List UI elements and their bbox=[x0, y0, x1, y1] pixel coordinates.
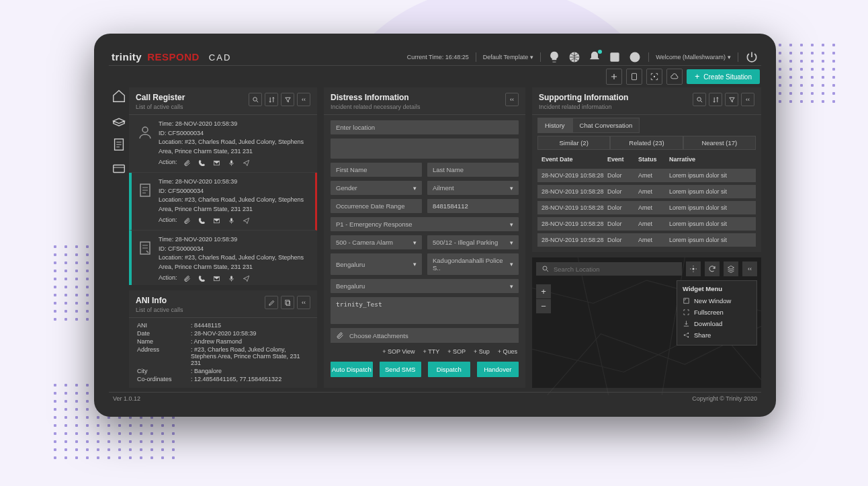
send-sms-button[interactable]: Send SMS bbox=[380, 362, 422, 377]
auto-dispatch-button[interactable]: Auto Dispatch bbox=[331, 362, 373, 377]
mail-icon[interactable] bbox=[212, 274, 222, 283]
call-card[interactable]: Time: 28-NOV-2020 10:58:39 ID: CFS000003… bbox=[129, 231, 317, 285]
create-situation-button[interactable]: +Create Situation bbox=[687, 69, 760, 84]
bulb-icon[interactable] bbox=[548, 50, 561, 64]
map-collapse-icon[interactable]: ‹‹ bbox=[742, 261, 757, 276]
table-header: Event DateEventStatusNarrative bbox=[537, 153, 756, 166]
call-icon[interactable] bbox=[198, 274, 207, 283]
filter-icon[interactable] bbox=[725, 93, 738, 106]
filter-icon[interactable] bbox=[281, 93, 294, 106]
table-row[interactable]: 28-NOV-2019 10:58:28DolorAmetLorem ipsum… bbox=[537, 169, 756, 182]
map-search-input[interactable] bbox=[536, 262, 682, 276]
search-icon[interactable] bbox=[249, 93, 262, 106]
mic-icon[interactable] bbox=[227, 274, 236, 283]
collapse-icon[interactable]: ‹‹ bbox=[297, 296, 310, 309]
welcome-dropdown[interactable]: Welcome (Malleshwaram)▾ bbox=[656, 54, 731, 60]
clip-icon[interactable] bbox=[183, 158, 192, 167]
dispatch-button[interactable]: Dispatch bbox=[428, 362, 470, 377]
locate-icon[interactable] bbox=[686, 261, 701, 276]
copy-icon[interactable] bbox=[281, 296, 294, 309]
send-icon[interactable] bbox=[242, 216, 251, 225]
map-panel[interactable]: ‹‹ + − Widget Menu New Window Fullscreen… bbox=[532, 257, 761, 388]
table-row[interactable]: 28-NOV-2019 10:58:28DolorAmetLorem ipsum… bbox=[537, 217, 756, 231]
phone-input[interactable] bbox=[427, 199, 519, 213]
distress-panel: Distress Information Incident related ne… bbox=[324, 87, 525, 388]
widget-fullscreen[interactable]: Fullscreen bbox=[683, 307, 751, 318]
tab-chat[interactable]: Chat Conversation bbox=[572, 118, 640, 133]
area-select[interactable]: Bengaluru bbox=[331, 279, 519, 293]
table-row[interactable]: 28-NOV-2019 10:58:28DolorAmetLorem ipsum… bbox=[537, 185, 756, 198]
template-dropdown[interactable]: Default Template▾ bbox=[483, 54, 533, 60]
send-icon[interactable] bbox=[242, 274, 251, 283]
add-button[interactable] bbox=[606, 69, 622, 85]
scan-icon[interactable] bbox=[112, 113, 126, 128]
collapse-icon[interactable]: ‹‹ bbox=[741, 93, 754, 106]
mic-icon[interactable] bbox=[227, 216, 236, 225]
notes-input[interactable] bbox=[331, 297, 519, 324]
svg-point-24 bbox=[687, 333, 689, 334]
station-select[interactable]: Kadugondanahalli Police S.. bbox=[427, 253, 519, 275]
svg-rect-6 bbox=[114, 165, 125, 173]
home-icon[interactable] bbox=[112, 89, 126, 104]
clip-icon[interactable] bbox=[183, 274, 192, 283]
sup-link[interactable]: + Sup bbox=[474, 348, 490, 355]
collapse-icon[interactable]: ‹‹ bbox=[505, 93, 519, 106]
cloud-icon[interactable] bbox=[666, 69, 683, 85]
focus-icon[interactable] bbox=[646, 69, 662, 85]
mail-icon[interactable] bbox=[212, 158, 222, 167]
first-name-input[interactable] bbox=[331, 163, 422, 177]
bell-icon[interactable] bbox=[588, 50, 601, 64]
sort-icon[interactable] bbox=[265, 93, 278, 106]
ailment-select[interactable]: Ailment bbox=[427, 181, 519, 195]
svg-rect-3 bbox=[632, 73, 637, 79]
subtab-nearest[interactable]: Nearest (17) bbox=[683, 136, 756, 150]
zoom-out-button[interactable]: − bbox=[536, 299, 551, 314]
document-icon[interactable] bbox=[112, 137, 126, 152]
call-card[interactable]: Time: 28-NOV-2020 10:58:39 ID: CFS000003… bbox=[129, 173, 317, 231]
subtab-similar[interactable]: Similar (2) bbox=[537, 136, 610, 150]
mail-icon[interactable] bbox=[212, 216, 222, 225]
sopview-link[interactable]: + SOP View bbox=[382, 348, 415, 355]
priority-select[interactable]: P1 - Emergency Response bbox=[331, 217, 519, 231]
refresh-icon[interactable] bbox=[705, 261, 720, 276]
tty-link[interactable]: + TTY bbox=[423, 348, 440, 355]
zoom-in-button[interactable]: + bbox=[536, 284, 551, 299]
world-icon[interactable] bbox=[628, 50, 642, 64]
globe-icon[interactable] bbox=[568, 50, 581, 64]
occurrence-date-input[interactable] bbox=[331, 199, 422, 213]
location-input[interactable] bbox=[331, 120, 519, 134]
edit-icon[interactable] bbox=[265, 296, 278, 309]
layers-icon[interactable] bbox=[724, 261, 738, 276]
widget-share[interactable]: Share bbox=[683, 329, 751, 341]
event-sub-select[interactable]: 500/12 - Illegal Parking bbox=[427, 235, 519, 249]
location-extra-input[interactable] bbox=[331, 138, 519, 159]
clipboard-icon[interactable] bbox=[626, 69, 642, 85]
city-select[interactable]: Bengaluru bbox=[331, 253, 422, 275]
choose-attachments-button[interactable]: Choose Attachments bbox=[331, 328, 519, 343]
collapse-icon[interactable]: ‹‹ bbox=[297, 93, 310, 106]
call-icon[interactable] bbox=[198, 158, 207, 167]
gender-select[interactable]: Gender bbox=[331, 181, 422, 195]
event-type-select[interactable]: 500 - Camera Alarm bbox=[331, 235, 422, 249]
version-label: Ver 1.0.12 bbox=[113, 395, 140, 402]
phone-icon[interactable] bbox=[608, 50, 621, 64]
subtab-related[interactable]: Related (23) bbox=[610, 136, 683, 150]
call-icon[interactable] bbox=[198, 216, 207, 225]
send-icon[interactable] bbox=[242, 158, 251, 167]
last-name-input[interactable] bbox=[427, 163, 519, 177]
call-card[interactable]: Time: 28-NOV-2020 10:58:39 ID: CFS000003… bbox=[129, 115, 317, 173]
table-row[interactable]: 28-NOV-2019 10:58:28DolorAmetLorem ipsum… bbox=[537, 201, 756, 214]
sort-icon[interactable] bbox=[709, 93, 722, 106]
widget-download[interactable]: Download bbox=[683, 318, 751, 329]
ques-link[interactable]: + Ques bbox=[498, 348, 517, 355]
search-icon[interactable] bbox=[693, 93, 706, 106]
sop-link[interactable]: + SOP bbox=[447, 348, 466, 355]
card-icon[interactable] bbox=[112, 161, 126, 176]
clip-icon[interactable] bbox=[183, 216, 192, 225]
handover-button[interactable]: Handover bbox=[477, 362, 519, 377]
widget-new-window[interactable]: New Window bbox=[683, 295, 751, 307]
power-icon[interactable] bbox=[745, 50, 758, 64]
tab-history[interactable]: History bbox=[537, 118, 572, 133]
table-row[interactable]: 28-NOV-2019 10:58:28DolorAmetLorem ipsum… bbox=[537, 233, 756, 247]
mic-icon[interactable] bbox=[227, 158, 236, 167]
